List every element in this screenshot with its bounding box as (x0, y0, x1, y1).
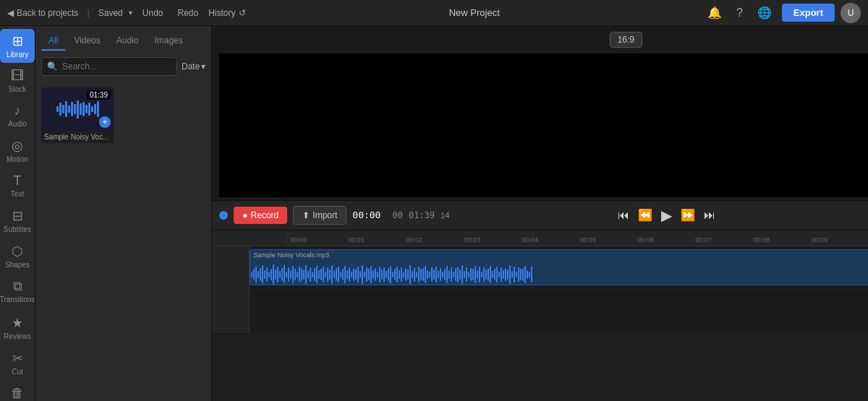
media-duration: 01:39 (87, 90, 111, 100)
media-thumbnail: 01:39 + (41, 87, 114, 131)
track-1-content[interactable]: Sample Noisy Vocals.mp3 (250, 246, 868, 289)
tab-videos[interactable]: Videos (67, 32, 107, 51)
export-button[interactable]: Export (782, 4, 835, 22)
saved-label: Saved (98, 8, 123, 18)
sidebar-item-motion[interactable]: ◎ Motion (0, 134, 35, 168)
sidebar-item-delete[interactable]: 🗑 Delete (0, 381, 35, 401)
track-2 (212, 290, 868, 333)
sidebar-label-motion: Motion (7, 155, 28, 163)
stock-icon: 🎞 (11, 69, 24, 84)
globe-icon[interactable]: 🌐 (753, 4, 776, 21)
fps-display: 14 (441, 211, 449, 220)
sidebar-label-library: Library (7, 51, 29, 59)
skip-to-end-button[interactable]: ⏭ (702, 207, 717, 223)
date-label: Date (182, 61, 200, 72)
date-chevron-icon: ▾ (201, 61, 205, 72)
import-button[interactable]: ⬆ Import (293, 206, 346, 225)
sidebar-label-subtitles: Subtitles (4, 225, 31, 233)
avatar[interactable]: U (841, 3, 861, 23)
tab-images[interactable]: Images (148, 32, 190, 51)
fast-forward-button[interactable]: ⏩ (679, 207, 697, 223)
back-arrow-icon: ◀ (7, 8, 14, 18)
ruler-tick-2: 00:02 (403, 233, 461, 244)
track-1-label (212, 246, 250, 289)
text-icon: T (14, 173, 22, 189)
media-label: Sample Noisy Voc... (41, 131, 114, 143)
track-2-label (212, 290, 250, 332)
sidebar-item-cut[interactable]: ✂ Cut (0, 346, 35, 380)
delete-icon: 🗑 (11, 386, 24, 401)
reviews-icon: ★ (12, 315, 23, 331)
saved-dropdown-icon[interactable]: ▾ (129, 9, 132, 17)
preview-top: 16:9 (212, 26, 868, 53)
main-layout: ⊞ Library 🎞 Stock ♪ Audio ◎ Motion T Tex… (0, 26, 868, 401)
content-tabs: All Videos Audio Images (35, 26, 211, 51)
record-dot-icon: ● (242, 210, 247, 220)
sidebar-item-stock[interactable]: 🎞 Stock (0, 64, 35, 98)
project-title: New Project (252, 7, 697, 18)
ruler-tick-1: 00:01 (345, 233, 403, 244)
content-panel: All Videos Audio Images 🔍 Date ▾ (35, 26, 212, 401)
ruler-tick-9: 00:09 (808, 233, 866, 244)
media-item[interactable]: 01:39 + Sample Noisy Voc... (41, 87, 114, 143)
audio-waveform (250, 260, 868, 285)
aspect-ratio-badge[interactable]: 16:9 (610, 32, 642, 48)
skip-to-start-button[interactable]: ⏮ (616, 207, 631, 223)
ruler-tick-6: 00:06 (634, 233, 692, 244)
undo-button[interactable]: Undo (138, 7, 168, 20)
timeline: 00:00 00:01 00:02 00:03 00:04 00:05 00:0… (212, 230, 868, 402)
rewind-button[interactable]: ⏪ (637, 207, 654, 223)
separator: | (87, 7, 89, 18)
ruler-tick-3: 00:03 (461, 233, 519, 244)
back-to-projects-button[interactable]: ◀ Back to projects (7, 8, 78, 18)
help-icon[interactable]: ? (732, 5, 747, 21)
cut-icon: ✂ (12, 350, 23, 366)
record-button[interactable]: ● Record (234, 207, 287, 224)
playhead-dot[interactable] (219, 211, 228, 220)
ruler-tick-8: 00:08 (750, 233, 808, 244)
tracks-container: Sample Noisy Vocals.mp3 (212, 246, 868, 333)
sidebar: ⊞ Library 🎞 Stock ♪ Audio ◎ Motion T Tex… (0, 26, 35, 401)
sidebar-label-audio: Audio (8, 120, 27, 128)
subtitles-icon: ⊟ (12, 208, 23, 224)
sidebar-item-transitions[interactable]: ⧉ Transitions (0, 275, 35, 308)
shapes-icon: ⬡ (12, 243, 23, 259)
sidebar-item-text[interactable]: T Text (0, 169, 35, 202)
content-items: 01:39 + Sample Noisy Voc... (35, 82, 211, 401)
transport-controls: ⏮ ⏪ ▶ ⏩ ⏭ (616, 205, 717, 225)
notification-icon[interactable]: 🔔 (703, 4, 726, 21)
sidebar-item-subtitles[interactable]: ⊟ Subtitles (0, 204, 35, 238)
sidebar-label-text: Text (11, 190, 24, 198)
play-button[interactable]: ▶ (660, 205, 673, 225)
motion-icon: ◎ (12, 138, 23, 154)
search-input[interactable] (41, 57, 177, 76)
video-canvas (219, 53, 868, 197)
tab-audio[interactable]: Audio (109, 32, 146, 51)
sidebar-item-shapes[interactable]: ⬡ Shapes (0, 239, 35, 273)
tab-all[interactable]: All (41, 32, 65, 51)
ruler-tick-0: 00:00 (287, 233, 345, 244)
ruler-tick-7: 00:07 (692, 233, 750, 244)
preview-area: 16:9 ● Record ⬆ Import 00:00 00 01:39 14… (212, 26, 868, 401)
media-add-button[interactable]: + (99, 116, 111, 128)
import-icon: ⬆ (302, 210, 310, 220)
history-button[interactable]: History ↺ (208, 8, 245, 18)
sidebar-item-library[interactable]: ⊞ Library (0, 29, 35, 63)
sidebar-item-audio[interactable]: ♪ Audio (0, 99, 35, 132)
track-2-content[interactable] (250, 290, 868, 332)
redo-button[interactable]: Redo (173, 7, 203, 20)
timeline-ruler: 00:00 00:01 00:02 00:03 00:04 00:05 00:0… (212, 230, 868, 246)
audio-icon: ♪ (14, 103, 21, 118)
sidebar-item-reviews[interactable]: ★ Reviews (0, 311, 35, 345)
current-time-display: 00:00 (352, 210, 380, 220)
search-wrap: 🔍 (41, 57, 177, 76)
sidebar-label-cut: Cut (12, 368, 23, 376)
date-filter-button[interactable]: Date ▾ (182, 61, 205, 72)
timeline-controls-bar: ● Record ⬆ Import 00:00 00 01:39 14 ⏮ ⏪ … (212, 200, 868, 230)
frames-display: 00 (392, 210, 402, 220)
audio-clip-label: Sample Noisy Vocals.mp3 (250, 250, 868, 260)
history-label: History (208, 8, 235, 18)
audio-clip[interactable]: Sample Noisy Vocals.mp3 (250, 249, 868, 285)
library-icon: ⊞ (12, 33, 23, 49)
topbar: ◀ Back to projects | Saved ▾ Undo Redo H… (0, 0, 868, 26)
